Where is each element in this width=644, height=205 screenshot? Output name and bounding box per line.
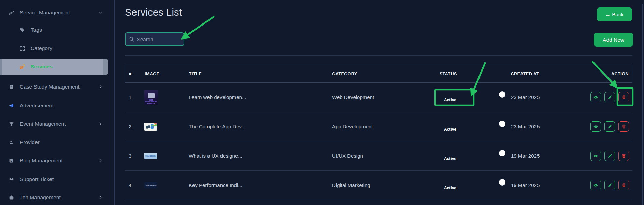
created-at: 23 Mar 2025 [506,124,586,129]
sidebar-item-tags[interactable]: Tags [0,22,115,37]
chevron-right-icon [98,84,103,89]
toggle-knob [499,179,505,186]
status-cell: Active [438,120,506,133]
sidebar-item-provider[interactable]: Provider [0,135,115,150]
service-category: Digital Marketing [330,182,438,188]
edit-button[interactable] [604,180,615,190]
content-divider [125,55,632,56]
sidebar-item-advertisement[interactable]: Advertisement [0,98,115,113]
sidebar-item-label: Support Ticket [20,176,54,183]
row-number: 3 [125,153,143,159]
blog-icon: B [8,158,15,164]
sidebar-item-label: Job Management [20,194,61,201]
sidebar: Service ManagementTagsCategoryServicesCa… [0,0,115,205]
megaphone-icon [8,102,15,109]
gears-icon [8,10,15,16]
document-icon [8,84,15,90]
sidebar-item-job-management[interactable]: Job Management [0,190,115,205]
delete-button[interactable] [618,121,629,132]
status-cell: Active [438,91,506,104]
delete-button[interactable] [618,151,629,161]
back-button[interactable]: ← Back [597,7,632,21]
created-at: 19 Mar 2025 [506,153,586,159]
toggle-knob [499,91,505,98]
action-cell [586,92,632,102]
table-row: 3 UX/UI DESIGN What is a UX designe... U… [125,141,632,171]
column-header-category: CATEGORY [330,72,438,76]
action-cell [586,121,632,132]
service-thumbnail [144,123,157,131]
view-button[interactable] [590,92,601,102]
sidebar-item-services[interactable]: Services [0,59,115,74]
view-button[interactable] [590,180,601,190]
table-body: 1 WEB DEVELOPMENT SERVICES Learn web dev… [125,83,632,200]
column-header-image: IMAGE [143,72,187,76]
column-header-status: STATUS [438,72,506,76]
sidebar-item-case-study-management[interactable]: Case Study Management [0,79,115,94]
service-thumbnail: WEB DEVELOPMENT SERVICES [144,90,158,105]
delete-button[interactable] [618,180,629,190]
status-cell: Active [438,178,506,192]
view-button[interactable] [590,151,601,161]
sidebar-item-blog-management[interactable]: BBlog Management [0,153,115,168]
status-toggle[interactable]: Active [440,184,506,192]
search-input[interactable] [137,36,178,42]
edit-button[interactable] [604,92,615,102]
trophy-icon [8,121,15,127]
status-label: Active [440,155,506,163]
service-category: App Development [330,124,438,129]
chevron-right-icon [98,122,103,126]
toggle-knob [499,121,505,127]
service-thumbnail: UX/UI DESIGN [144,153,157,159]
created-at: 19 Mar 2025 [506,182,586,188]
status-label: Active [440,96,506,104]
service-thumbnail: Digital Marketing [144,182,157,188]
created-at: 23 Mar 2025 [506,94,586,100]
action-cell [586,180,632,190]
sidebar-item-label: Event Management [20,121,66,127]
status-toggle[interactable]: Active [440,96,506,104]
add-new-button[interactable]: Add New [594,33,633,47]
column-header-created-at: CREATED AT [506,72,586,76]
svg-text:B: B [10,159,12,162]
annotation-arrow-search [183,16,214,38]
chevron-down-icon [98,10,103,15]
tag-icon [18,27,26,33]
status-toggle[interactable]: Active [440,155,506,163]
sidebar-item-event-management[interactable]: Event Management [0,116,115,131]
toggle-knob [499,150,505,156]
table-header: #IMAGETITLECATEGORYSTATUSCREATED ATACTIO… [125,65,632,83]
sidebar-item-label: Category [31,45,52,51]
edit-button[interactable] [604,121,615,132]
table-row: 4 Digital Marketing Key Performance Indi… [125,171,632,200]
delete-button[interactable] [618,92,629,102]
sidebar-item-label: Services [31,64,53,70]
sidebar-item-label: Blog Management [20,158,63,164]
status-toggle[interactable]: Active [440,126,506,133]
sidebar-item-category[interactable]: Category [0,41,115,56]
chevron-right-icon [98,158,103,163]
status-cell: Active [438,149,506,163]
view-button[interactable] [590,121,601,132]
action-cell [586,151,632,161]
sidebar-item-label: Provider [20,139,40,145]
edit-button[interactable] [604,151,615,161]
table-row: 2 The Complete App Dev... App Developmen… [125,112,632,141]
sidebar-item-service-management[interactable]: Service Management [0,5,115,20]
search-icon [129,36,134,42]
image-cell [143,123,187,131]
ticket-icon [8,176,15,183]
service-category: Web Development [330,94,438,100]
service-title: Learn web developmen... [187,94,330,100]
sidebar-item-label: Case Study Management [20,84,80,90]
service-title: Key Performance Indi... [187,182,330,188]
table-row: 1 WEB DEVELOPMENT SERVICES Learn web dev… [125,83,632,112]
service-title: What is a UX designe... [187,153,330,159]
row-number: 4 [125,182,143,188]
search-box[interactable] [125,32,184,46]
status-label: Active [440,126,506,133]
gears-orange-icon [18,64,26,70]
row-number: 1 [125,94,143,100]
sidebar-item-support-ticket[interactable]: Support Ticket [0,172,115,187]
status-label: Active [440,184,506,192]
